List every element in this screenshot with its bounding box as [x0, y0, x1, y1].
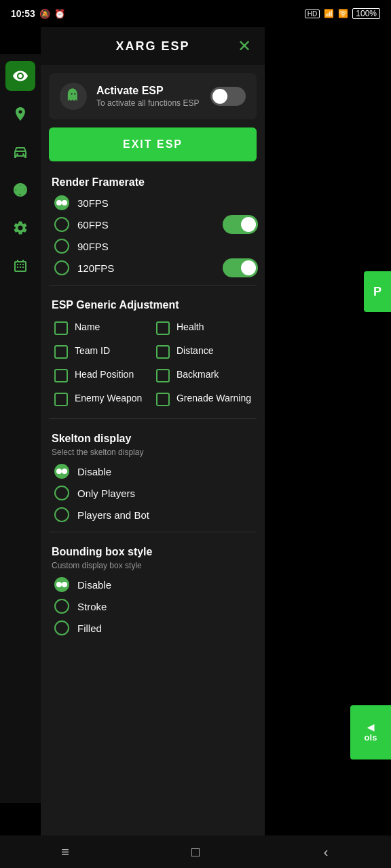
bbox-filled[interactable]: Filled: [54, 620, 251, 635]
activate-toggle[interactable]: [210, 87, 246, 106]
sidebar-item-chip[interactable]: [5, 251, 35, 281]
radio-bbox-filled-circle: [54, 620, 69, 635]
wifi-icon: 🛜: [338, 9, 348, 18]
checkbox-head-position-label: Head Position: [75, 368, 134, 380]
radio-30fps-circle: [54, 195, 69, 210]
checkbox-name-box: [54, 321, 68, 335]
radio-skelton-bot-label: Players and Bot: [77, 509, 149, 521]
checkbox-backmark-label: Backmark: [176, 368, 219, 380]
alarm-icon: ⏰: [54, 9, 65, 19]
checkbox-grenade-warning[interactable]: Grenade Warning: [156, 392, 251, 406]
radio-skelton-players-label: Only Players: [77, 488, 135, 499]
bbox-stroke[interactable]: Stroke: [54, 599, 251, 614]
radio-60fps-circle: [54, 217, 69, 232]
sidebar-item-car[interactable]: [5, 137, 35, 167]
skelton-subtitle: Select the skelton display: [52, 448, 254, 457]
skelton-radio-group: Disable Only Players Players and Bot: [52, 464, 254, 522]
radio-120fps-circle: [54, 260, 69, 275]
floating-right-p[interactable]: P: [364, 271, 391, 312]
checkbox-health-box: [156, 321, 170, 335]
exit-esp-button[interactable]: EXIT ESP: [49, 127, 257, 161]
checkbox-enemy-weapon[interactable]: Enemy Weapon: [54, 392, 149, 406]
chip-icon: [12, 258, 29, 274]
radio-bbox-filled-label: Filled: [77, 623, 102, 634]
sidebar-item-eye[interactable]: [5, 61, 35, 91]
floating-right-tools[interactable]: ◀ ols: [350, 705, 391, 760]
header-title: XARG ESP: [115, 39, 189, 54]
checkbox-head-position-box: [54, 369, 68, 382]
sidebar-item-location[interactable]: [5, 99, 35, 129]
skelton-players-and-bot[interactable]: Players and Bot: [54, 507, 251, 522]
radio-bbox-disable-label: Disable: [77, 579, 111, 591]
car-icon: [12, 144, 29, 160]
nav-home[interactable]: □: [175, 838, 216, 865]
checkbox-distance[interactable]: Distance: [156, 344, 251, 359]
sidebar: [0, 54, 41, 803]
bbox-disable[interactable]: Disable: [54, 577, 251, 592]
main-content: XARG ESP ✕ Activate ESP To activate all …: [41, 27, 265, 835]
nav-menu[interactable]: ≡: [45, 838, 86, 865]
tools-arrow: ◀: [367, 722, 374, 732]
radio-30fps-label: 30FPS: [77, 197, 109, 209]
framerate-30fps[interactable]: 30FPS: [54, 195, 251, 210]
status-time: 10:53: [11, 8, 35, 19]
toggle-60fps[interactable]: [223, 215, 258, 234]
crosshair-icon: [12, 182, 29, 198]
bounding-box-radio-group: Disable Stroke Filled: [52, 577, 254, 635]
tools-label: ols: [365, 732, 377, 743]
divider-1: [49, 285, 257, 285]
radio-skelton-players-circle: [54, 486, 69, 500]
activate-text: Activate ESP To activate all functions E…: [96, 85, 201, 108]
framerate-120fps[interactable]: 120FPS: [54, 260, 251, 275]
checkbox-health-label: Health: [176, 321, 204, 333]
checkbox-health[interactable]: Health: [156, 321, 251, 335]
sidebar-item-settings[interactable]: [5, 213, 35, 243]
esp-checkbox-grid: Name Health Team ID Distance Head Positi…: [52, 318, 254, 409]
toggle-120fps[interactable]: [223, 258, 258, 277]
settings-icon: [12, 220, 29, 236]
activate-subtitle: To activate all functions ESP: [96, 98, 201, 108]
checkbox-name[interactable]: Name: [54, 321, 149, 335]
app-header: XARG ESP ✕: [41, 27, 265, 65]
checkbox-teamid-box: [54, 345, 68, 359]
checkbox-distance-label: Distance: [176, 344, 213, 357]
checkbox-head-position[interactable]: Head Position: [54, 368, 149, 382]
checkbox-enemy-weapon-label: Enemy Weapon: [75, 392, 142, 404]
location-icon: [12, 106, 29, 122]
radio-skelton-disable-label: Disable: [77, 466, 111, 477]
render-framerate-section: Render Framerate 30FPS 60FPS 90FPS: [41, 170, 265, 278]
radio-90fps-circle: [54, 239, 69, 254]
status-right: HD 📶 🛜 100%: [305, 8, 380, 19]
checkbox-backmark[interactable]: Backmark: [156, 368, 251, 382]
framerate-radio-group: 30FPS 60FPS 90FPS 120FPS: [52, 195, 254, 275]
esp-generic-title: ESP Generic Adjustment: [52, 299, 254, 311]
checkbox-grenade-warning-box: [156, 393, 170, 406]
sidebar-item-crosshair[interactable]: [5, 175, 35, 205]
bottom-nav: ≡ □ ‹: [0, 835, 391, 868]
framerate-60fps[interactable]: 60FPS: [54, 217, 251, 232]
divider-3: [49, 532, 257, 532]
skelton-only-players[interactable]: Only Players: [54, 486, 251, 500]
bounding-box-section: Bounding box style Custom display box st…: [41, 539, 265, 638]
mute-icon: 🔕: [39, 9, 50, 19]
bounding-box-title: Bounding box style: [52, 546, 254, 558]
status-bar: 10:53 🔕 ⏰ HD 📶 🛜 100%: [0, 0, 391, 27]
radio-bbox-stroke-circle: [54, 599, 69, 614]
nav-back[interactable]: ‹: [305, 838, 346, 865]
bounding-box-subtitle: Custom display box style: [52, 561, 254, 570]
radio-bbox-stroke-label: Stroke: [77, 601, 107, 612]
close-button[interactable]: ✕: [238, 37, 251, 56]
checkbox-enemy-weapon-box: [54, 393, 68, 406]
checkbox-distance-box: [156, 345, 170, 359]
skelton-display-section: Skelton display Select the skelton displ…: [41, 426, 265, 525]
hd-badge: HD: [305, 9, 320, 18]
skelton-disable[interactable]: Disable: [54, 464, 251, 479]
radio-90fps-label: 90FPS: [77, 241, 109, 252]
radio-skelton-bot-circle: [54, 507, 69, 522]
checkbox-name-label: Name: [75, 321, 100, 333]
checkbox-teamid[interactable]: Team ID: [54, 344, 149, 359]
ghost-icon: [64, 87, 83, 106]
activate-esp-card: Activate ESP To activate all functions E…: [49, 73, 257, 119]
esp-icon: [60, 83, 87, 110]
framerate-90fps[interactable]: 90FPS: [54, 239, 251, 254]
